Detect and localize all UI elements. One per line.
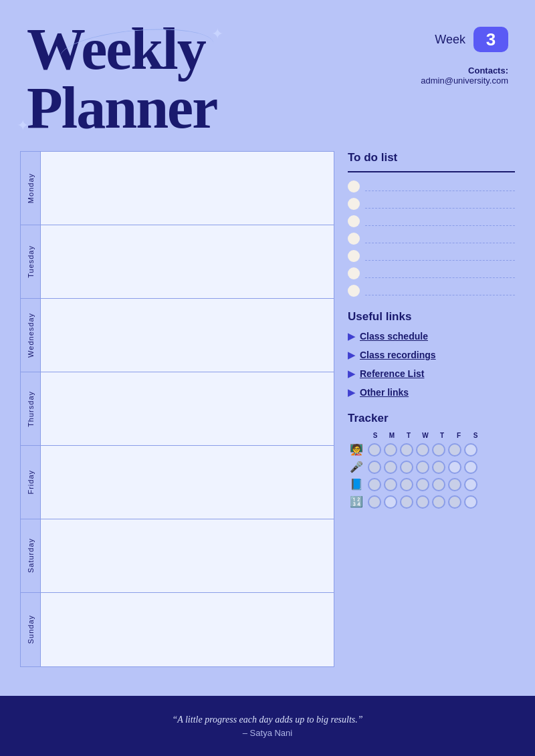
todo-line-1[interactable] [365,182,515,191]
link-item-other-links[interactable]: ▶ Other links [348,386,515,398]
sparkle-icon-2: ✦ [17,117,29,134]
tracker-row-4: 🔢 [348,495,515,509]
day-row-friday: Friday [21,446,334,519]
tracker-day-w: W [418,432,433,439]
day-content-wednesday[interactable] [41,299,334,372]
day-row-tuesday: Tuesday [21,225,334,299]
week-label: Week [435,33,465,47]
todo-circle-5 [348,250,360,262]
tracker-dot-2-7[interactable] [464,461,477,474]
contacts-block: Contacts: admin@university.com [421,66,508,86]
link-item-class-recordings[interactable]: ▶ Class recordings [348,349,515,361]
header: ✦ Weekly Planner ✦ Week 3 Contacts: admi… [0,0,535,151]
link-item-class-schedule[interactable]: ▶ Class schedule [348,330,515,342]
todo-item-4 [348,233,515,245]
tracker-day-f: F [451,432,466,439]
tracker-dot-2-5[interactable] [432,461,445,474]
tracker-icon-1: 🧑‍🏫 [348,443,365,456]
tracker-dot-1-3[interactable] [400,443,413,457]
link-item-reference-list[interactable]: ▶ Reference List [348,368,515,380]
todo-divider [348,171,515,172]
footer-author: – Satya Nani [13,728,522,738]
tracker-day-t2: T [435,432,449,439]
tracker-dot-3-2[interactable] [384,478,397,491]
todo-circle-6 [348,267,360,279]
day-content-monday[interactable] [41,152,334,225]
day-content-sunday[interactable] [41,593,334,666]
day-content-thursday[interactable] [41,372,334,445]
todo-line-5[interactable] [365,251,515,261]
cursor-icon-1: ▶ [348,330,356,342]
tracker-dot-4-2[interactable] [384,495,397,509]
todo-circle-1 [348,180,360,193]
tracker-row-2: 🎤 [348,461,515,474]
tracker-dot-2-3[interactable] [400,461,413,474]
week-row: Week 3 [421,27,508,52]
link-other-links[interactable]: Other links [360,387,409,398]
tracker-dot-1-1[interactable] [368,443,381,457]
day-label-wednesday: Wednesday [21,299,41,372]
tracker-dot-2-6[interactable] [448,461,461,474]
right-panel: To do list [348,151,515,667]
day-row-thursday: Thursday [21,372,334,446]
day-row-saturday: Saturday [21,519,334,593]
todo-item-2 [348,198,515,210]
header-right: Week 3 Contacts: admin@university.com [421,20,508,86]
main-content: Monday Tuesday Wednesday Thursday Friday [0,151,535,667]
todo-item-5 [348,250,515,262]
sparkle-icon-1: ✦ [211,25,223,43]
tracker-dot-2-1[interactable] [368,461,381,474]
cursor-icon-4: ▶ [348,386,356,398]
link-class-recordings[interactable]: Class recordings [360,350,436,360]
contacts-label: Contacts: [421,66,508,76]
todo-circle-4 [348,233,360,245]
link-reference-list[interactable]: Reference List [360,368,424,379]
tracker-dot-1-7[interactable] [464,443,477,457]
tracker-dot-4-7[interactable] [464,495,477,509]
day-content-tuesday[interactable] [41,225,334,298]
tracker-dot-1-5[interactable] [432,443,445,457]
todo-line-3[interactable] [365,217,515,226]
day-content-saturday[interactable] [41,519,334,592]
tracker-dot-4-1[interactable] [368,495,381,509]
tracker-dot-3-3[interactable] [400,478,413,491]
todo-section: To do list [348,151,515,297]
tracker-dot-4-5[interactable] [432,495,445,509]
tracker-dot-4-4[interactable] [416,495,429,509]
tracker-row-3: 📘 [348,478,515,491]
day-row-sunday: Sunday [21,593,334,666]
title-block: ✦ Weekly Planner ✦ [27,20,217,138]
day-row-monday: Monday [21,152,334,225]
todo-item-3 [348,215,515,227]
tracker-dot-2-2[interactable] [384,461,397,474]
contacts-email: admin@university.com [421,76,508,86]
todo-line-4[interactable] [365,234,515,243]
todo-item-7 [348,285,515,297]
tracker-day-labels: S M T W T F S [348,432,515,439]
tracker-dot-3-7[interactable] [464,478,477,491]
tracker-day-s2: S [468,432,483,439]
todo-line-6[interactable] [365,269,515,278]
tracker-dot-2-4[interactable] [416,461,429,474]
tracker-dot-3-5[interactable] [432,478,445,491]
tracker-dot-4-3[interactable] [400,495,413,509]
day-content-friday[interactable] [41,446,334,519]
tracker-dot-1-4[interactable] [416,443,429,457]
tracker-dot-1-2[interactable] [384,443,397,457]
link-class-schedule[interactable]: Class schedule [360,331,428,342]
tracker-dot-3-4[interactable] [416,478,429,491]
tracker-dot-3-1[interactable] [368,478,381,491]
todo-line-7[interactable] [365,286,515,295]
todo-line-2[interactable] [365,199,515,209]
tracker-dot-3-6[interactable] [448,478,461,491]
cursor-icon-3: ▶ [348,368,356,380]
tracker-dot-1-6[interactable] [448,443,461,457]
tracker-section: Tracker S M T W T F S 🧑‍🏫 [348,412,515,509]
tracker-icon-4: 🔢 [348,495,365,508]
todo-circle-2 [348,198,360,210]
tracker-day-m: M [385,432,399,439]
todo-item-6 [348,267,515,279]
useful-links-section: Useful links ▶ Class schedule ▶ Class re… [348,310,515,398]
tracker-dot-4-6[interactable] [448,495,461,509]
day-row-wednesday: Wednesday [21,299,334,372]
